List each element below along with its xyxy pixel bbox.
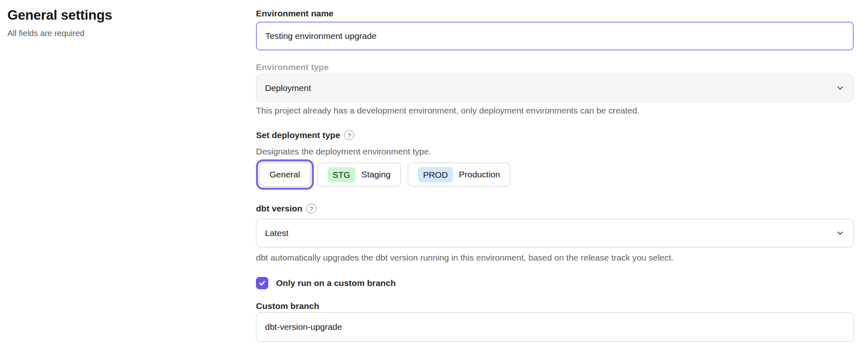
dbt-version-select[interactable]: Latest: [256, 219, 854, 247]
dbt-version-label: dbt version ?: [256, 204, 854, 213]
deployment-type-helper: Designates the deployment environment ty…: [256, 147, 854, 156]
custom-branch-checkbox-label[interactable]: Only run on a custom branch: [276, 278, 396, 288]
dbt-version-helper: dbt automatically upgrades the dbt versi…: [256, 253, 854, 262]
deployment-type-label: Set deployment type ?: [256, 130, 854, 140]
environment-settings-form: Environment name Environment type Deploy…: [256, 9, 854, 342]
chevron-down-icon: [836, 84, 845, 93]
page-header: General settings All fields are required: [7, 8, 237, 38]
environment-type-helper: This project already has a development e…: [256, 106, 854, 115]
custom-branch-input[interactable]: [256, 312, 854, 342]
environment-type-select[interactable]: Deployment: [256, 74, 854, 102]
help-icon[interactable]: ?: [306, 204, 316, 213]
checkmark-icon: [258, 279, 266, 287]
deployment-type-staging-label: Staging: [361, 170, 391, 179]
deployment-type-production-button[interactable]: PROD Production: [408, 163, 510, 186]
page-subtitle: All fields are required: [7, 29, 237, 38]
production-badge: PROD: [418, 167, 453, 182]
deployment-type-production-label: Production: [459, 170, 500, 179]
environment-type-value: Deployment: [265, 83, 311, 93]
deployment-type-general-label: General: [270, 170, 300, 179]
deployment-type-general-button[interactable]: General: [259, 163, 311, 186]
environment-name-label: Environment name: [256, 9, 854, 18]
custom-branch-checkbox-row: Only run on a custom branch: [256, 277, 854, 289]
deployment-type-staging-button[interactable]: STG Staging: [318, 163, 401, 186]
deployment-type-options: General STG Staging PROD Production: [256, 163, 854, 186]
custom-branch-label: Custom branch: [256, 302, 854, 311]
environment-type-label: Environment type: [256, 63, 854, 72]
custom-branch-checkbox[interactable]: [256, 277, 268, 289]
staging-badge: STG: [328, 167, 355, 182]
page-title: General settings: [7, 8, 237, 22]
environment-name-input[interactable]: [256, 22, 854, 50]
chevron-down-icon: [836, 229, 845, 238]
help-icon[interactable]: ?: [344, 130, 354, 140]
dbt-version-value: Latest: [265, 228, 288, 238]
